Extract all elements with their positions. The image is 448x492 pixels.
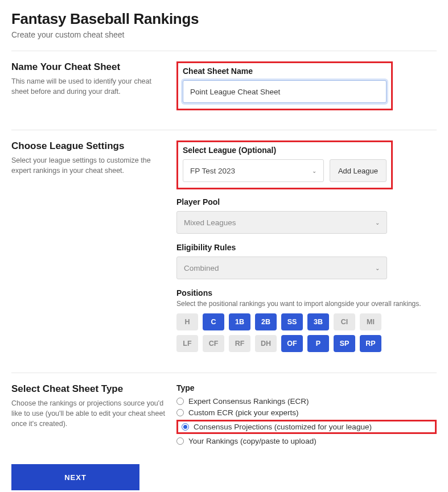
- position-toggle-h[interactable]: H: [176, 313, 198, 330]
- league-settings-section: Choose League Settings Select your leagu…: [11, 140, 437, 361]
- player-pool-value: Mixed Leagues: [184, 218, 236, 227]
- divider: [11, 130, 437, 130]
- eligibility-value: Combined: [184, 264, 219, 272]
- position-toggle-2b[interactable]: 2B: [255, 313, 277, 330]
- divider: [11, 373, 437, 373]
- radio-icon: [176, 409, 184, 416]
- highlight-box-name: Cheat Sheet Name: [176, 61, 393, 110]
- radio-icon: [182, 423, 189, 431]
- radio-icon: [176, 437, 184, 445]
- page-title: Fantasy Baseball Rankings: [11, 10, 437, 28]
- next-button[interactable]: NEXT: [11, 464, 139, 490]
- page-subtitle: Create your custom cheat sheet: [11, 30, 437, 39]
- add-league-button[interactable]: Add League: [330, 159, 387, 182]
- chevron-down-icon: ⌄: [312, 168, 317, 174]
- chevron-down-icon: ⌄: [375, 220, 380, 226]
- cheat-sheet-name-label: Cheat Sheet Name: [183, 67, 387, 76]
- player-pool-label: Player Pool: [176, 197, 387, 206]
- divider: [11, 51, 437, 51]
- player-pool-dropdown: Mixed Leagues ⌄: [176, 211, 387, 234]
- section-heading-type: Select Cheat Sheet Type: [11, 383, 165, 395]
- select-league-dropdown[interactable]: FP Test 2023 ⌄: [183, 159, 324, 182]
- position-toggle-3b[interactable]: 3B: [307, 313, 329, 330]
- name-cheat-sheet-section: Name Your Cheat Sheet This name will be …: [11, 61, 437, 118]
- select-league-value: FP Test 2023: [190, 167, 235, 175]
- type-option-row[interactable]: Your Rankings (copy/paste to upload): [176, 437, 437, 445]
- section-desc-league: Select your league settings to customize…: [11, 155, 165, 176]
- position-toggle-c[interactable]: C: [203, 313, 224, 330]
- eligibility-label: Eligibility Rules: [176, 243, 387, 252]
- select-league-label: Select League (Optional): [183, 146, 387, 155]
- cheat-sheet-type-section: Select Cheat Sheet Type Choose the ranki…: [11, 383, 437, 448]
- position-toggle-ci[interactable]: CI: [334, 313, 355, 330]
- positions-label: Positions: [176, 288, 437, 297]
- position-toggle-dh[interactable]: DH: [255, 335, 277, 352]
- position-toggle-of[interactable]: OF: [281, 335, 303, 352]
- position-toggle-mi[interactable]: MI: [360, 313, 381, 330]
- highlight-box-league: Select League (Optional) FP Test 2023 ⌄ …: [176, 140, 393, 189]
- type-option-label: Consensus Projections (customized for yo…: [194, 423, 372, 431]
- position-toggle-lf[interactable]: LF: [176, 335, 198, 352]
- type-option-row[interactable]: Expert Consensus Rankings (ECR): [176, 397, 437, 406]
- position-toggle-1b[interactable]: 1B: [229, 313, 250, 330]
- section-desc-name: This name will be used to identify your …: [11, 76, 165, 97]
- cheat-sheet-name-input[interactable]: [183, 80, 387, 103]
- type-option-label: Custom ECR (pick your experts): [188, 408, 299, 417]
- radio-icon: [176, 398, 184, 405]
- position-toggle-ss[interactable]: SS: [281, 313, 303, 330]
- section-heading-name: Name Your Cheat Sheet: [11, 61, 165, 73]
- position-toggle-rp[interactable]: RP: [360, 335, 381, 352]
- section-heading-league: Choose League Settings: [11, 140, 165, 152]
- chevron-down-icon: ⌄: [375, 265, 380, 271]
- position-toggle-sp[interactable]: SP: [334, 335, 355, 352]
- type-option-row[interactable]: Custom ECR (pick your experts): [176, 408, 437, 417]
- eligibility-dropdown: Combined ⌄: [176, 257, 387, 279]
- position-toggle-p[interactable]: P: [307, 335, 329, 352]
- section-desc-type: Choose the rankings or projections sourc…: [11, 398, 165, 429]
- position-toggle-rf[interactable]: RF: [229, 335, 250, 352]
- position-toggle-cf[interactable]: CF: [203, 335, 224, 352]
- type-option-label: Expert Consensus Rankings (ECR): [188, 397, 309, 406]
- type-field-label: Type: [176, 383, 437, 392]
- type-option-row[interactable]: Consensus Projections (customized for yo…: [176, 420, 437, 434]
- type-options: Expert Consensus Rankings (ECR)Custom EC…: [176, 397, 437, 445]
- type-option-label: Your Rankings (copy/paste to upload): [188, 437, 317, 445]
- positions-grid: HC1B2BSS3BCIMILFCFRFDHOFPSPRP: [176, 313, 404, 352]
- positions-desc: Select the positional rankings you want …: [176, 300, 437, 308]
